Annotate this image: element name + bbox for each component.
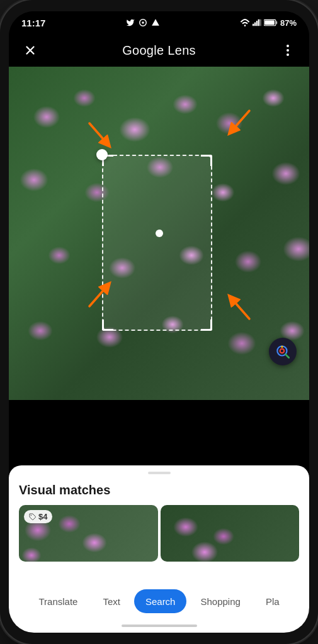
- svg-rect-6: [258, 19, 259, 26]
- svg-rect-7: [260, 19, 261, 26]
- battery-icon: [264, 19, 278, 26]
- drag-handle-tl[interactable]: [96, 149, 108, 160]
- bottom-sheet[interactable]: Visual matches $4: [9, 465, 309, 597]
- svg-rect-9: [276, 21, 277, 25]
- sheet-handle: [148, 472, 171, 474]
- status-time: 11:17: [21, 18, 45, 28]
- lens-header: Google Lens: [9, 34, 309, 67]
- nav-item-search[interactable]: Search: [134, 589, 187, 613]
- svg-line-14: [232, 299, 249, 319]
- ring-icon: [139, 18, 147, 27]
- svg-line-11: [89, 123, 107, 143]
- nav-item-shopping[interactable]: Shopping: [189, 589, 251, 613]
- signal-icon: [253, 19, 261, 26]
- phone-frame: 11:17: [0, 0, 318, 644]
- match-card-2[interactable]: [161, 505, 300, 562]
- camera-view[interactable]: [9, 67, 309, 400]
- status-bar: 11:17: [9, 11, 309, 34]
- corner-handle-bl[interactable]: [102, 319, 113, 331]
- corner-handle-br[interactable]: [201, 319, 212, 331]
- price-badge-1: $4: [24, 510, 52, 523]
- app-title: Google Lens: [122, 43, 196, 58]
- sheet-title: Visual matches: [9, 483, 309, 497]
- match-card-1[interactable]: $4: [19, 505, 158, 562]
- twitter-icon: [126, 18, 135, 27]
- svg-line-12: [232, 111, 249, 131]
- bottom-navigation: Translate Text Search Shopping Pla: [9, 584, 309, 633]
- nav-item-translate[interactable]: Translate: [27, 589, 89, 613]
- home-indicator: [9, 619, 309, 633]
- arrow-top-right: [221, 104, 256, 142]
- arrow-bottom-left: [83, 278, 118, 315]
- svg-line-17: [285, 354, 288, 357]
- battery-percent: 87%: [280, 18, 297, 28]
- status-right: 87%: [240, 18, 297, 28]
- phone-screen: 11:17: [9, 11, 309, 633]
- svg-rect-10: [264, 20, 275, 25]
- home-bar: [122, 625, 197, 627]
- nav-item-places[interactable]: Pla: [254, 589, 291, 613]
- corner-handle-tr[interactable]: [201, 155, 212, 166]
- svg-rect-3: [253, 24, 254, 26]
- svg-rect-4: [254, 22, 256, 26]
- selection-box[interactable]: [102, 155, 212, 331]
- arrow-bottom-right: [221, 291, 256, 328]
- account-icon: [151, 18, 160, 27]
- visual-matches-grid: $4: [9, 505, 309, 562]
- svg-point-1: [142, 21, 144, 24]
- close-button[interactable]: [19, 39, 42, 62]
- wifi-icon: [240, 19, 250, 26]
- nav-item-text[interactable]: Text: [91, 589, 132, 613]
- price-value-1: $4: [38, 512, 47, 521]
- svg-point-2: [244, 25, 246, 26]
- svg-line-13: [89, 286, 107, 306]
- lens-search-button[interactable]: [269, 338, 297, 365]
- status-center-icons: [126, 18, 160, 27]
- svg-point-16: [280, 349, 285, 353]
- more-options-button[interactable]: [276, 39, 299, 62]
- center-dot: [156, 230, 163, 237]
- svg-rect-5: [256, 21, 258, 26]
- nav-strip: Translate Text Search Shopping Pla: [9, 584, 309, 619]
- svg-point-18: [281, 346, 283, 348]
- lens-icon: [275, 343, 291, 360]
